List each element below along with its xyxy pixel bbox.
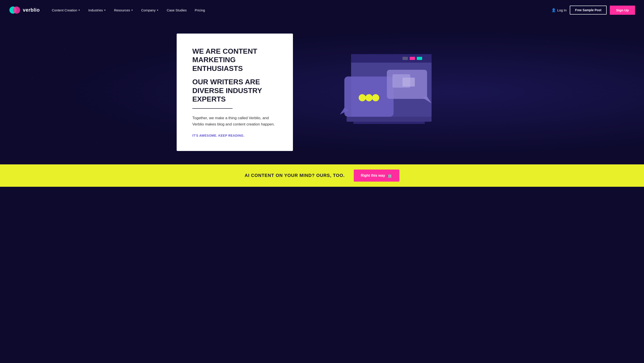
svg-rect-18 <box>353 122 425 124</box>
nav-item-resources[interactable]: Resources ▼ <box>111 6 136 14</box>
nav-link-industries[interactable]: Industries ▼ <box>85 6 109 14</box>
banner-text: AI CONTENT ON YOUR MIND? OURS, TOO. <box>245 173 345 178</box>
free-sample-button[interactable]: Free Sample Post <box>570 6 607 14</box>
chevron-down-icon: ▼ <box>104 9 106 12</box>
hero-heading-2: OUR WRITERS ARE DIVERSE INDUSTRY EXPERTS <box>192 78 277 103</box>
chevron-down-icon: ▼ <box>156 9 159 12</box>
nav-links: Content Creation ▼ Industries ▼ Resource… <box>49 6 552 14</box>
hero-inner: WE ARE CONTENT MARKETING ENTHUSIASTS OUR… <box>177 34 467 151</box>
signup-button[interactable]: Sign Up <box>610 6 635 15</box>
login-link[interactable]: 👤 Log In <box>552 8 567 12</box>
logo-icon <box>9 4 20 16</box>
svg-point-1 <box>13 6 20 14</box>
nav-item-content-creation[interactable]: Content Creation ▼ <box>49 6 84 14</box>
right-this-way-button[interactable]: Right this way 🤖 <box>354 170 399 182</box>
chevron-down-icon: ▼ <box>78 9 80 12</box>
svg-point-11 <box>366 94 372 101</box>
illustration-svg <box>333 50 440 135</box>
user-icon: 👤 <box>552 8 556 12</box>
nav-item-case-studies[interactable]: Case Studies <box>164 6 190 14</box>
logo-text: verblio <box>23 7 40 13</box>
hero-card: WE ARE CONTENT MARKETING ENTHUSIASTS OUR… <box>177 34 293 151</box>
hero-cta-link[interactable]: IT'S AWESOME. KEEP READING. <box>192 134 244 137</box>
hero-section: WE ARE CONTENT MARKETING ENTHUSIASTS OUR… <box>0 20 644 164</box>
hero-heading-1: WE ARE CONTENT MARKETING ENTHUSIASTS <box>192 47 277 73</box>
nav-link-resources[interactable]: Resources ▼ <box>111 6 136 14</box>
logo-link[interactable]: verblio <box>9 4 40 16</box>
hero-body: Together, we make a thing called Verblio… <box>192 115 277 127</box>
svg-rect-16 <box>402 78 415 86</box>
svg-rect-5 <box>410 57 415 60</box>
nav-link-pricing[interactable]: Pricing <box>192 6 208 14</box>
navigation: verblio Content Creation ▼ Industries ▼ … <box>0 0 644 20</box>
svg-point-10 <box>359 94 366 101</box>
nav-right: 👤 Log In Free Sample Post Sign Up <box>552 6 635 15</box>
nav-item-company[interactable]: Company ▼ <box>138 6 162 14</box>
banner: AI CONTENT ON YOUR MIND? OURS, TOO. Righ… <box>0 164 644 187</box>
svg-rect-4 <box>402 57 408 60</box>
hero-divider <box>192 108 232 109</box>
svg-rect-6 <box>417 57 422 60</box>
nav-item-pricing[interactable]: Pricing <box>192 6 208 14</box>
nav-link-content-creation[interactable]: Content Creation ▼ <box>49 6 84 14</box>
hero-illustration <box>306 48 467 137</box>
svg-rect-17 <box>346 117 432 122</box>
nav-item-industries[interactable]: Industries ▼ <box>85 6 109 14</box>
chevron-down-icon: ▼ <box>131 9 133 12</box>
nav-link-company[interactable]: Company ▼ <box>138 6 162 14</box>
svg-point-12 <box>372 94 379 101</box>
robot-icon: 🤖 <box>387 173 392 178</box>
nav-link-case-studies[interactable]: Case Studies <box>164 6 190 14</box>
